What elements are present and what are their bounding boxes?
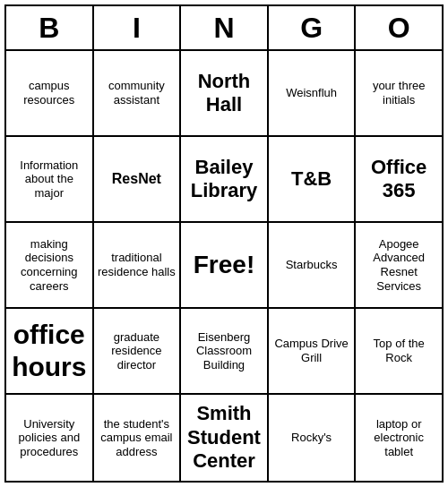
header-letter-i: I [94, 6, 182, 51]
bingo-row-1: Information about the majorResNetBailey … [6, 137, 442, 223]
bingo-cell-4-4: laptop or electronic tablet [356, 395, 442, 481]
bingo-cell-0-1: community assistant [94, 51, 182, 137]
bingo-row-0: campus resourcescommunity assistantNorth… [6, 51, 442, 137]
bingo-cell-3-2: Eisenberg Classroom Building [181, 309, 269, 395]
bingo-cell-3-1: graduate residence director [94, 309, 182, 395]
bingo-grid: campus resourcescommunity assistantNorth… [6, 51, 442, 481]
bingo-card: BINGO campus resourcescommunity assistan… [4, 4, 444, 483]
bingo-cell-4-0: University policies and procedures [6, 395, 94, 481]
bingo-cell-4-2: Smith Student Center [181, 395, 269, 481]
bingo-cell-0-4: your three initials [356, 51, 442, 137]
header-letter-b: B [6, 6, 94, 51]
bingo-cell-0-3: Weisnfluh [269, 51, 357, 137]
header-letter-n: N [181, 6, 269, 51]
bingo-cell-1-1: ResNet [94, 137, 182, 223]
bingo-header: BINGO [6, 6, 442, 51]
header-letter-o: O [356, 6, 442, 51]
bingo-cell-1-3: T&B [269, 137, 357, 223]
bingo-cell-4-3: Rocky's [269, 395, 357, 481]
bingo-cell-2-0: making decisions concerning careers [6, 223, 94, 309]
bingo-cell-1-2: Bailey Library [181, 137, 269, 223]
bingo-cell-4-1: the student's campus email address [94, 395, 182, 481]
bingo-cell-0-2: North Hall [181, 51, 269, 137]
bingo-cell-3-3: Campus Drive Grill [269, 309, 357, 395]
bingo-cell-2-1: traditional residence halls [94, 223, 182, 309]
bingo-cell-2-2: Free! [181, 223, 269, 309]
bingo-row-4: University policies and proceduresthe st… [6, 395, 442, 481]
bingo-cell-0-0: campus resources [6, 51, 94, 137]
bingo-cell-3-0: office hours [6, 309, 94, 395]
bingo-cell-2-4: Apogee Advanced Resnet Services [356, 223, 442, 309]
bingo-cell-1-4: Office 365 [356, 137, 442, 223]
bingo-row-3: office hoursgraduate residence directorE… [6, 309, 442, 395]
bingo-cell-2-3: Starbucks [269, 223, 357, 309]
bingo-cell-1-0: Information about the major [6, 137, 94, 223]
header-letter-g: G [269, 6, 357, 51]
bingo-cell-3-4: Top of the Rock [356, 309, 442, 395]
bingo-row-2: making decisions concerning careerstradi… [6, 223, 442, 309]
